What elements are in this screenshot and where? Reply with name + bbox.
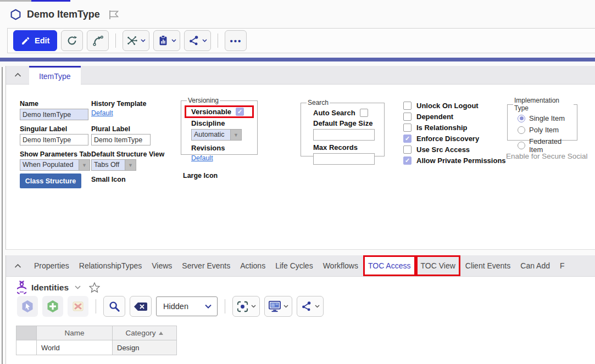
flags-checkbox-group: Unlock On Logout Dependent Is Relationsh…	[403, 100, 506, 166]
show-parameters-tab-select[interactable]: When Populated ▼	[20, 159, 90, 171]
discipline-select[interactable]: Automatic ▼	[191, 129, 242, 141]
row-handle-header[interactable]	[16, 326, 37, 340]
single-item-radio[interactable]	[518, 115, 525, 122]
name-input[interactable]	[20, 109, 88, 120]
checkbox-row-dependent[interactable]: Dependent	[403, 111, 506, 122]
radio-row-poly-item[interactable]: Poly Item	[518, 126, 574, 134]
chevron-down-icon[interactable]: ▼	[230, 130, 241, 140]
flag-icon[interactable]	[108, 9, 120, 20]
tab-client-events[interactable]: Client Events	[460, 255, 515, 276]
versionable-checkbox[interactable]	[236, 108, 244, 116]
history-template-link[interactable]: Default	[91, 109, 113, 117]
select-item-button[interactable]	[17, 296, 38, 317]
checkbox-row-use-src-access[interactable]: Use Src Access	[403, 144, 506, 155]
form-tabstrip: ItemType	[6, 66, 595, 85]
cell-name[interactable]: World	[37, 340, 113, 355]
column-header-label: Name	[64, 329, 84, 337]
column-header-category[interactable]: Category	[113, 326, 177, 340]
refresh-button[interactable]	[61, 30, 83, 51]
tab-toc-view[interactable]: TOC View	[416, 255, 460, 276]
enforce-discovery-label: Enforce Discovery	[416, 135, 479, 143]
class-structure-button[interactable]: Class Structure	[20, 173, 81, 188]
unlock-on-logout-checkbox[interactable]	[403, 102, 412, 110]
revisions-default-link[interactable]: Default	[191, 154, 213, 162]
column-header-name[interactable]: Name	[37, 326, 113, 340]
discipline-value: Automatic	[192, 130, 230, 140]
tab-views[interactable]: Views	[147, 255, 177, 276]
hidden-filter-select[interactable]: Hidden	[156, 296, 218, 316]
enable-secure-social-label: Enable for Secure Social	[506, 152, 588, 160]
singular-label-label: Singular Label	[20, 125, 67, 133]
pencil-icon	[21, 36, 30, 46]
max-records-input[interactable]	[313, 153, 375, 165]
discipline-label: Discipline	[191, 119, 254, 127]
grid-toolbar: Hidden	[17, 296, 324, 317]
large-icon-label: Large Icon	[183, 172, 218, 180]
plural-label-input[interactable]	[91, 134, 151, 145]
add-row-button[interactable]	[42, 296, 63, 317]
checkbox-row-enforce-discovery[interactable]: Enforce Discovery	[403, 133, 506, 144]
share-grid-button[interactable]	[297, 296, 324, 317]
collapse-relationships-button[interactable]	[6, 255, 29, 276]
default-structure-view-select[interactable]: Tabs Off ▼	[91, 159, 136, 171]
graph-view-button[interactable]	[123, 30, 149, 51]
dependent-checkbox[interactable]	[403, 113, 412, 121]
cell-category[interactable]: Design	[113, 340, 177, 355]
more-actions-button[interactable]: •••	[225, 30, 247, 51]
allow-private-permissions-checkbox[interactable]	[403, 156, 412, 165]
enforce-discovery-checkbox[interactable]	[403, 135, 412, 143]
checkbox-row-allow-private-permissions[interactable]: Allow Private Permissions	[403, 155, 506, 166]
tab-actions[interactable]: Actions	[235, 255, 270, 276]
use-src-access-checkbox[interactable]	[403, 145, 412, 154]
toolbar-separator	[96, 299, 96, 313]
clear-search-icon	[134, 302, 148, 311]
reports-button[interactable]	[153, 30, 180, 51]
chevron-down-icon[interactable]	[75, 285, 81, 289]
poly-item-radio[interactable]	[518, 126, 525, 134]
radio-row-single-item[interactable]: Single Item	[518, 114, 574, 122]
panel-splitter[interactable]	[0, 58, 595, 61]
tab-properties[interactable]: Properties	[29, 255, 74, 276]
tab-toc-access[interactable]: TOC Access	[363, 255, 416, 276]
tab-server-events[interactable]: Server Events	[177, 255, 235, 276]
dna-icon	[17, 281, 26, 294]
tab-label: TOC View	[421, 261, 455, 270]
display-view-icon	[268, 300, 281, 312]
scan-target-button[interactable]	[232, 296, 260, 317]
chevron-down-icon[interactable]: ▼	[79, 160, 90, 170]
tab-life-cycles[interactable]: Life Cycles	[270, 255, 318, 276]
checkbox-row-unlock-on-logout[interactable]: Unlock On Logout	[403, 100, 506, 111]
row-handle-cell[interactable]	[16, 340, 37, 355]
tab-itemtype[interactable]: ItemType	[29, 66, 81, 85]
auto-search-checkbox[interactable]	[360, 109, 368, 117]
radio-row-federated-item[interactable]: Federated Item	[518, 137, 574, 154]
default-page-size-input[interactable]	[313, 129, 375, 141]
collapse-form-panel-button[interactable]	[6, 66, 29, 84]
tab-can-add[interactable]: Can Add	[515, 255, 555, 276]
identities-title: Identities	[31, 283, 69, 293]
tab-label: RelationshipTypes	[79, 261, 142, 270]
promote-button[interactable]	[87, 30, 109, 51]
app-window: Demo ItemType Edit	[0, 0, 595, 364]
run-search-button[interactable]	[103, 296, 125, 317]
checkbox-row-is-relationship[interactable]: Is Relationship	[403, 122, 506, 133]
delete-row-button[interactable]	[68, 296, 88, 317]
chevron-down-icon[interactable]: ▼	[125, 160, 136, 170]
active-tab-line	[31, 0, 70, 2]
itemtype-form-panel: ItemType Name Singular Label Show Parame…	[5, 66, 595, 250]
tab-workflows[interactable]: Workflows	[318, 255, 363, 276]
clear-search-button[interactable]	[130, 296, 152, 317]
toolbar-separator	[218, 33, 218, 48]
identities-header: Identities	[17, 281, 100, 294]
share-button[interactable]	[184, 30, 211, 51]
tab-relationshiptypes[interactable]: RelationshipTypes	[74, 255, 147, 276]
toolbar-separator	[225, 299, 225, 313]
edit-button[interactable]: Edit	[13, 30, 57, 51]
tab-cutoff[interactable]: F	[555, 255, 570, 276]
display-view-button[interactable]	[264, 296, 292, 317]
singular-label-input[interactable]	[20, 134, 88, 145]
favorite-star-icon[interactable]	[89, 282, 100, 293]
chevron-down-icon	[251, 305, 256, 308]
is-relationship-checkbox[interactable]	[403, 124, 412, 132]
federated-item-radio[interactable]	[518, 142, 525, 149]
